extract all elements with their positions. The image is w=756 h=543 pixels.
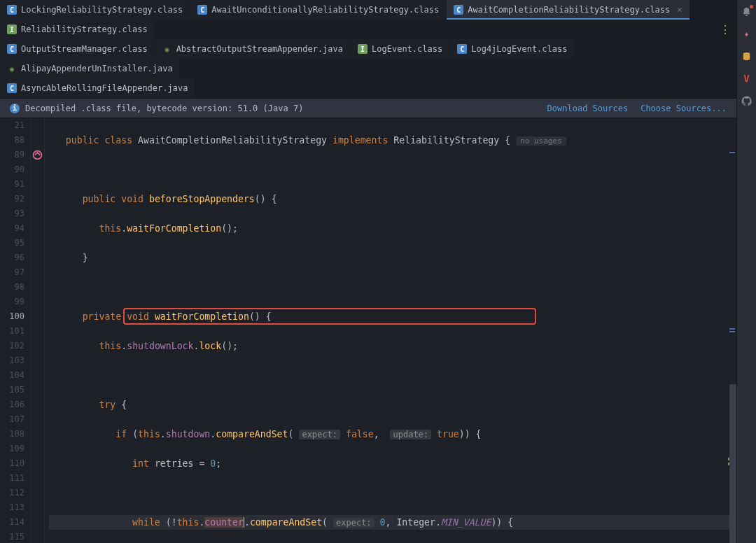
code-editor[interactable]: 21 88 89 90 91 92 93 94 95 96 97 98 99 1… (0, 118, 736, 543)
tab-label: AlipayAppenderUnInstaller.java (21, 64, 173, 73)
java-icon: ◉ (162, 44, 172, 54)
tab-locking[interactable]: C LockingReliabilityStrategy.class (0, 0, 190, 20)
ai-assistant-icon[interactable]: ✦ (741, 28, 752, 39)
database-icon[interactable] (741, 50, 752, 62)
right-toolbar: ✦ V (736, 0, 756, 543)
no-usages-hint: no usages (516, 136, 566, 146)
highlighted-line: while (!this.counter.compareAndSet( expe… (49, 515, 736, 530)
tab-label: Log4jLogEvent.class (471, 44, 567, 54)
error-stripe[interactable] (728, 118, 736, 543)
tab-reliability-strategy[interactable]: I ReliabilityStrategy.class (0, 20, 155, 39)
class-icon: C (7, 83, 17, 93)
tab-label: ReliabilityStrategy.class (21, 24, 148, 34)
choose-sources-link[interactable]: Choose Sources... (640, 104, 727, 113)
github-icon[interactable] (741, 95, 752, 106)
notifications-icon[interactable] (741, 6, 752, 17)
code-area[interactable]: public class AwaitCompletionReliabilityS… (45, 118, 736, 543)
tab-label: AwaitCompletionReliabilityStrategy.class (468, 5, 670, 15)
tab-asyncable-appender[interactable]: C AsyncAbleRollingFileAppender.java (0, 78, 195, 98)
tab-await-completion[interactable]: C AwaitCompletionReliabilityStrategy.cla… (447, 0, 690, 20)
tab-alipay-uninstaller[interactable]: ◉ AlipayAppenderUnInstaller.java (0, 59, 181, 78)
class-icon: C (454, 5, 463, 15)
tab-logevent[interactable]: I LogEvent.class (351, 39, 450, 59)
editor-tab-strip: C LockingReliabilityStrategy.class C Awa… (0, 0, 736, 99)
banner-text: Decompiled .class file, bytecode version… (25, 104, 303, 113)
tab-output-stream-manager[interactable]: C OutputStreamManager.class (0, 39, 155, 59)
scrollbar-thumb[interactable] (729, 384, 736, 543)
gutter-icons (31, 118, 45, 543)
tab-label: AsyncAbleRollingFileAppender.java (21, 83, 188, 93)
tab-label: OutputStreamManager.class (21, 44, 148, 54)
info-icon: i (10, 104, 20, 113)
tab-label: LockingReliabilityStrategy.class (21, 5, 183, 15)
decompiled-banner: i Decompiled .class file, bytecode versi… (0, 99, 736, 118)
tab-label: AwaitUnconditionallyReliabilityStrategy.… (211, 5, 439, 15)
maven-icon[interactable]: V (741, 73, 752, 84)
class-icon: C (7, 44, 17, 54)
tab-await-uncond[interactable]: C AwaitUnconditionallyReliabilityStrateg… (190, 0, 447, 20)
class-icon: C (197, 5, 207, 15)
svg-point-1 (743, 52, 750, 55)
interface-icon: I (358, 44, 368, 54)
class-icon: C (457, 44, 467, 54)
download-sources-link[interactable]: Download Sources (547, 104, 629, 113)
tab-abstract-output-appender[interactable]: ◉ AbstractOutputStreamAppender.java (155, 39, 351, 59)
close-icon[interactable]: × (677, 5, 682, 15)
tab-label: LogEvent.class (372, 44, 442, 54)
class-icon: C (7, 5, 17, 15)
interface-icon: I (7, 24, 17, 34)
java-icon: ◉ (7, 64, 17, 73)
gutter: 21 88 89 90 91 92 93 94 95 96 97 98 99 1… (0, 118, 31, 543)
tab-log4jlogevent[interactable]: C Log4jLogEvent.class (450, 39, 575, 59)
override-icon[interactable] (31, 148, 44, 162)
more-icon[interactable]: ⋮ (720, 23, 731, 36)
tab-label: AbstractOutputStreamAppender.java (176, 44, 343, 54)
